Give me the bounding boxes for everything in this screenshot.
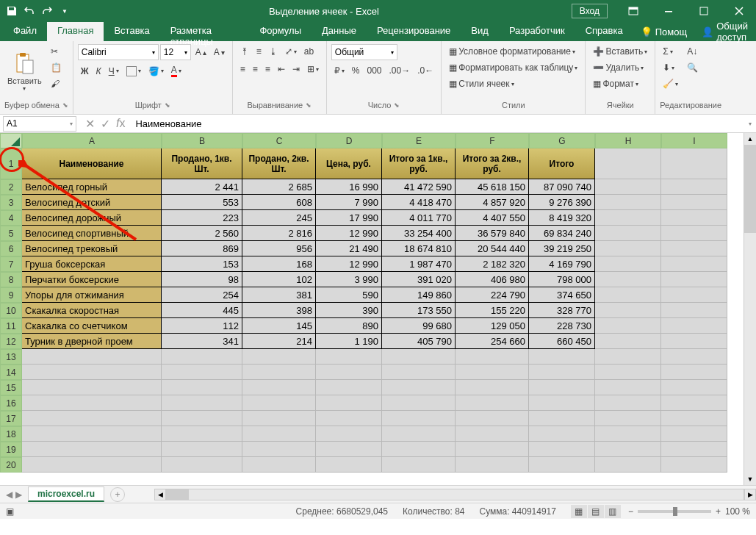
row-header[interactable]: 7 bbox=[0, 256, 22, 272]
cell[interactable] bbox=[661, 256, 727, 272]
sheet-nav-next-icon[interactable]: ▶ bbox=[15, 489, 22, 500]
cell[interactable]: Скакалка со счетчиком bbox=[22, 318, 162, 334]
decrease-decimal-button[interactable]: .0← bbox=[414, 63, 436, 78]
cell[interactable] bbox=[529, 349, 595, 365]
cell[interactable]: 112 bbox=[162, 318, 242, 334]
row-header[interactable]: 12 bbox=[0, 334, 22, 349]
increase-decimal-button[interactable]: .00→ bbox=[386, 63, 414, 78]
paste-button[interactable]: Вставить▾ bbox=[4, 44, 45, 99]
table-header-cell[interactable]: Итого за 2кв., руб. bbox=[456, 148, 529, 179]
increase-indent-button[interactable]: ⇥ bbox=[289, 62, 303, 76]
table-header-cell[interactable]: Продано, 2кв. Шт. bbox=[242, 148, 316, 179]
cell[interactable] bbox=[162, 395, 242, 411]
cell[interactable] bbox=[162, 426, 242, 442]
cell[interactable] bbox=[382, 411, 456, 426]
cell[interactable]: Велосипед горный bbox=[22, 179, 162, 195]
fill-color-button[interactable]: 🪣▾ bbox=[145, 64, 167, 79]
number-format-combo[interactable]: Общий▾ bbox=[331, 44, 397, 60]
cell[interactable] bbox=[661, 426, 727, 442]
cell[interactable] bbox=[382, 365, 456, 380]
cell[interactable]: 41 472 590 bbox=[382, 179, 456, 195]
column-header[interactable]: E bbox=[382, 133, 456, 148]
cell[interactable] bbox=[595, 380, 661, 395]
cell[interactable] bbox=[242, 349, 316, 365]
cell[interactable] bbox=[456, 426, 529, 442]
page-layout-view-button[interactable]: ▤ bbox=[588, 505, 604, 518]
page-break-view-button[interactable]: ▥ bbox=[605, 505, 621, 518]
cell[interactable] bbox=[595, 256, 661, 272]
cell[interactable]: 406 980 bbox=[456, 272, 529, 287]
cell[interactable]: 228 730 bbox=[529, 318, 595, 334]
cell[interactable]: 12 990 bbox=[316, 226, 382, 241]
cell[interactable] bbox=[661, 395, 727, 411]
cell[interactable]: 2 560 bbox=[162, 226, 242, 241]
login-button[interactable]: Вход bbox=[572, 4, 608, 18]
sheet-nav-prev-icon[interactable]: ◀ bbox=[6, 489, 12, 500]
cell[interactable] bbox=[382, 380, 456, 395]
cell[interactable]: 145 bbox=[242, 318, 316, 334]
cell[interactable] bbox=[529, 411, 595, 426]
cell[interactable] bbox=[22, 426, 162, 442]
cell[interactable]: Велосипед дорожный bbox=[22, 210, 162, 226]
cell[interactable]: 102 bbox=[242, 272, 316, 287]
cell[interactable]: 21 490 bbox=[316, 241, 382, 256]
cell[interactable] bbox=[22, 411, 162, 426]
cell[interactable]: 33 254 400 bbox=[382, 226, 456, 241]
cell[interactable] bbox=[595, 334, 661, 349]
cell[interactable]: 245 bbox=[242, 210, 316, 226]
cell[interactable]: 9 276 390 bbox=[529, 195, 595, 210]
clipboard-dialog-icon[interactable]: ⬊ bbox=[62, 101, 68, 109]
cell[interactable]: Велосипед спортивный bbox=[22, 226, 162, 241]
cell[interactable] bbox=[661, 349, 727, 365]
cell[interactable] bbox=[595, 287, 661, 303]
cell[interactable] bbox=[595, 318, 661, 334]
column-header[interactable]: I bbox=[661, 133, 727, 148]
cell[interactable]: 445 bbox=[162, 303, 242, 318]
row-header[interactable]: 20 bbox=[0, 457, 22, 473]
number-dialog-icon[interactable]: ⬊ bbox=[394, 101, 400, 109]
cut-button[interactable]: ✂ bbox=[48, 44, 65, 59]
cell[interactable]: 4 407 550 bbox=[456, 210, 529, 226]
cell[interactable]: 45 618 150 bbox=[456, 179, 529, 195]
align-dialog-icon[interactable]: ⬊ bbox=[306, 101, 312, 109]
cell[interactable] bbox=[242, 457, 316, 473]
row-header[interactable]: 15 bbox=[0, 380, 22, 395]
cell[interactable]: 173 550 bbox=[382, 303, 456, 318]
underline-button[interactable]: Ч▾ bbox=[106, 64, 122, 79]
qat-dropdown-icon[interactable]: ▼ bbox=[59, 5, 71, 17]
cell[interactable] bbox=[22, 365, 162, 380]
tab-insert[interactable]: Вставка bbox=[104, 22, 159, 41]
cell[interactable]: Велосипед детский bbox=[22, 195, 162, 210]
close-icon[interactable] bbox=[722, 0, 756, 22]
cell[interactable]: 2 816 bbox=[242, 226, 316, 241]
cell[interactable]: 4 857 920 bbox=[456, 195, 529, 210]
scroll-left-icon[interactable]: ◀ bbox=[154, 489, 166, 500]
row-header[interactable]: 13 bbox=[0, 349, 22, 365]
column-header[interactable]: F bbox=[456, 133, 529, 148]
cell[interactable] bbox=[595, 195, 661, 210]
cell[interactable]: 4 011 770 bbox=[382, 210, 456, 226]
cell[interactable] bbox=[456, 442, 529, 457]
cell[interactable] bbox=[595, 457, 661, 473]
scroll-up-icon[interactable]: ▲ bbox=[744, 133, 756, 145]
row-header[interactable]: 1 bbox=[0, 148, 22, 179]
cell[interactable] bbox=[242, 395, 316, 411]
format-as-table-button[interactable]: ▦Форматировать как таблицу▾ bbox=[446, 60, 580, 75]
cell[interactable] bbox=[22, 442, 162, 457]
cell[interactable] bbox=[382, 457, 456, 473]
name-box[interactable]: A1▾ bbox=[3, 116, 76, 132]
redo-icon[interactable] bbox=[41, 5, 53, 17]
tab-view[interactable]: Вид bbox=[461, 22, 499, 41]
sheet-tab[interactable]: microexcel.ru bbox=[28, 486, 104, 502]
cell[interactable]: 1 987 470 bbox=[382, 256, 456, 272]
percent-button[interactable]: % bbox=[349, 63, 363, 78]
conditional-format-button[interactable]: ▦Условное форматирование▾ bbox=[446, 44, 580, 59]
cell[interactable] bbox=[162, 349, 242, 365]
cell[interactable] bbox=[595, 395, 661, 411]
cell[interactable]: Турник в дверной проем bbox=[22, 334, 162, 349]
cell[interactable]: 2 441 bbox=[162, 179, 242, 195]
row-header[interactable]: 10 bbox=[0, 303, 22, 318]
decrease-font-button[interactable]: A▾ bbox=[211, 45, 228, 60]
cell[interactable] bbox=[595, 349, 661, 365]
align-right-button[interactable]: ≡ bbox=[262, 62, 273, 76]
